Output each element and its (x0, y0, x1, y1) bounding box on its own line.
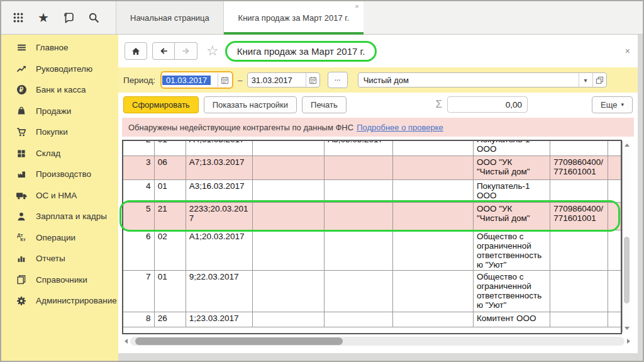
organization-field[interactable]: Чистый дом ▾ (358, 72, 607, 88)
tab-sales-book[interactable]: Книга продаж за Март 2017 г. × (224, 1, 364, 34)
scroll-up-icon[interactable] (625, 144, 630, 147)
calendar-icon (309, 76, 317, 84)
sidebar-item-warehouse[interactable]: Склад (1, 143, 118, 164)
debit-credit-icon: ДтКт (15, 232, 28, 243)
filter-band: Период: 01.03.2017 – 31.03.2017 (118, 67, 638, 93)
vertical-scroll-thumb[interactable] (624, 237, 630, 303)
scroll-right-icon[interactable] (627, 339, 630, 344)
search-button[interactable] (84, 8, 103, 28)
date-from-value: 01.03.2017 (162, 76, 211, 85)
pages-icon (15, 274, 28, 285)
sidebar-item-reports[interactable]: Отчеты (1, 248, 118, 269)
tab-close-icon[interactable]: × (355, 3, 358, 10)
show-settings-button[interactable]: Показать настройки (204, 96, 297, 113)
history-icon (63, 12, 74, 23)
generate-button[interactable]: Сформировать (123, 96, 199, 113)
date-to-value: 31.03.2017 (248, 76, 296, 85)
horizontal-scroll-thumb[interactable] (135, 337, 343, 345)
vertical-scrollbar[interactable] (622, 141, 631, 332)
truck-icon (15, 190, 28, 201)
home-button[interactable] (125, 42, 147, 60)
sidebar-item-payroll-hr[interactable]: Зарплата и кадры (1, 206, 118, 227)
scroll-down-icon[interactable] (625, 327, 630, 330)
period-options-button[interactable]: ... (328, 72, 348, 88)
dropdown-button[interactable]: ▾ (579, 73, 592, 87)
sales-book-table: 2 01 А4;01.03.2017 А5;03.03.2017 Покупат… (122, 140, 622, 334)
top-toolbar-icons: ★ (1, 1, 112, 34)
apps-menu-button[interactable] (9, 8, 28, 28)
sidebar-item-label: Продажи (36, 106, 71, 116)
autosum-value: 0,00 (506, 100, 522, 110)
sidebar-item-label: ОС и НМА (36, 191, 77, 200)
favorite-star-icon[interactable]: ☆ (206, 43, 219, 59)
date-to-field[interactable]: 31.03.2017 (247, 72, 320, 88)
table-row[interactable]: 7 01 9;22.03.2017 Общество с ограниченно… (123, 270, 621, 312)
sidebar-item-label: Покупки (36, 127, 68, 137)
table-row[interactable]: 6 02 А1;20.03.2017 Общество с ограниченн… (123, 230, 621, 270)
tab-home-page[interactable]: Начальная страница (116, 1, 224, 34)
sidebar-item-label: Операции (36, 233, 75, 242)
history-button[interactable] (59, 8, 78, 28)
sidebar-item-main[interactable]: Главное (1, 37, 118, 59)
calendar-button[interactable] (218, 73, 231, 87)
date-range-dash: – (238, 76, 243, 85)
sidebar-item-bank-cash[interactable]: ₽ Банк и касса (1, 79, 118, 101)
table-row[interactable]: 8 26 1;23.03.2017 Комитент ООО (123, 312, 621, 327)
main-area: ☆ Книга продаж за Март 2017 г. × Период:… (118, 35, 643, 361)
shopping-cart-icon (15, 127, 28, 137)
open-item-button[interactable] (592, 73, 606, 87)
sum-sigma-icon: Σ (436, 98, 443, 111)
sidebar-item-label: Зарплата и кадры (36, 212, 107, 221)
contractor-warning-banner: Обнаружены недействующие контрагенты по … (122, 118, 634, 137)
sidebar-item-administration[interactable]: Администрирование (1, 290, 118, 312)
person-icon (15, 211, 28, 222)
favorites-button[interactable]: ★ (34, 8, 53, 28)
sidebar-item-production[interactable]: Производство (1, 164, 118, 185)
table-row[interactable]: 2 01 А4;01.03.2017 А5;03.03.2017 Покупат… (123, 140, 621, 156)
arrow-left-icon (159, 47, 169, 55)
sidebar-item-manager[interactable]: Руководителю (1, 59, 118, 80)
table-row[interactable]: 4 01 А3;16.03.2017 Покупатель-1 ООО (123, 179, 621, 202)
sidebar-item-operations[interactable]: ДтКт Операции (1, 227, 118, 249)
table-row-highlighted[interactable]: 5 21 2233;20.03.201 7 ООО "УК "Чистый до… (123, 202, 621, 230)
top-bar: ★ Начальная страница Книга продаж за Мар… (1, 1, 643, 35)
shopping-bag-icon (15, 106, 28, 116)
table-row[interactable]: 3 06 А7;13.03.2017 ООО "УК "Чистый дом" … (123, 156, 621, 179)
autosum-field[interactable]: 0,00 (447, 96, 528, 113)
sidebar: Главное Руководителю ₽ Банк и касса Прод… (1, 35, 118, 361)
sidebar-item-purchases[interactable]: Покупки (1, 122, 118, 143)
sidebar-item-label: Банк и касса (36, 85, 86, 94)
sidebar-item-label: Отчеты (36, 254, 65, 263)
sidebar-item-sales[interactable]: Продажи (1, 101, 118, 122)
date-from-focus-ring: 01.03.2017 (160, 71, 233, 89)
tab-strip: Начальная страница Книга продаж за Март … (116, 1, 364, 34)
trend-chart-icon (15, 64, 28, 74)
horizontal-scroll-track[interactable] (130, 337, 625, 346)
menu-icon (15, 42, 28, 53)
active-tab-indicator (224, 32, 364, 35)
date-from-field[interactable]: 01.03.2017 (162, 72, 232, 88)
calendar-button[interactable] (306, 73, 319, 87)
home-icon (131, 47, 141, 56)
report-panel: ☆ Книга продаж за Март 2017 г. × Период:… (118, 35, 638, 353)
back-button[interactable] (152, 42, 175, 60)
factory-icon (15, 169, 28, 179)
sidebar-item-fixed-assets[interactable]: ОС и НМА (1, 185, 118, 206)
print-button[interactable]: Печать (302, 96, 347, 113)
close-report-icon[interactable]: × (625, 46, 630, 56)
more-button[interactable]: Еще▾ (592, 96, 633, 113)
navigation-buttons (152, 42, 197, 60)
sales-book-table-area: 2 01 А4;01.03.2017 А5;03.03.2017 Покупат… (122, 140, 633, 334)
star-icon: ★ (38, 11, 49, 24)
sidebar-item-references[interactable]: Справочники (1, 269, 118, 291)
scroll-left-icon[interactable] (125, 339, 128, 344)
search-icon (88, 12, 99, 23)
warning-details-link[interactable]: Подробнее о проверке (357, 123, 443, 132)
sidebar-item-label: Администрирование (36, 296, 117, 305)
bar-chart-icon (15, 253, 28, 264)
forward-button[interactable] (175, 42, 197, 60)
sidebar-item-label: Руководителю (36, 64, 92, 74)
grid-blocks-icon (15, 148, 28, 159)
horizontal-scrollbar[interactable] (122, 336, 633, 346)
chevron-down-icon: ▾ (621, 101, 624, 108)
